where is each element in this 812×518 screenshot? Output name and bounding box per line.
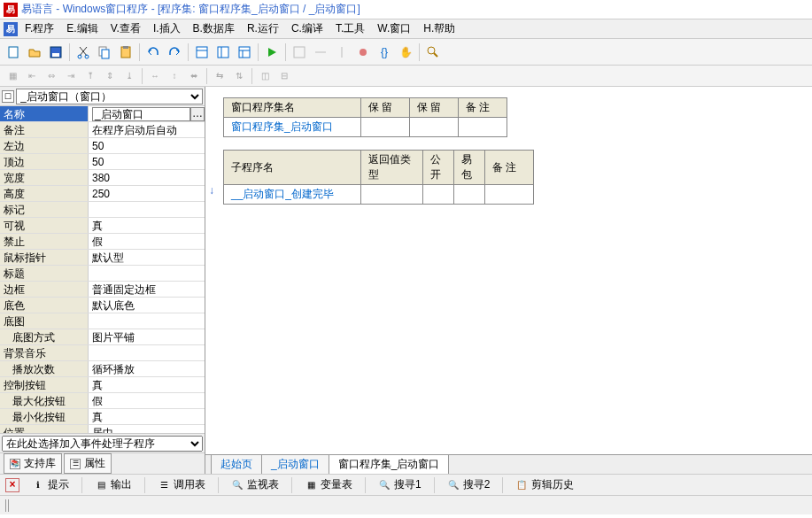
close-output-button[interactable]: × xyxy=(5,478,19,492)
prop-row-15[interactable]: 背景音乐 xyxy=(0,345,205,361)
center-v-icon[interactable]: ⊟ xyxy=(275,67,293,85)
prop-row-20[interactable]: 位置居中 xyxy=(0,425,205,433)
layout3-button[interactable] xyxy=(235,43,254,62)
tab-output[interactable]: ▤输出 xyxy=(91,475,135,494)
prop-value[interactable]: 居中 xyxy=(89,425,205,433)
paste-button[interactable] xyxy=(116,43,135,62)
tab-clip-history[interactable]: 📋剪辑历史 xyxy=(512,475,577,494)
prop-value[interactable]: 图片平铺 xyxy=(89,329,205,344)
property-grid[interactable]: 名称_启动窗口…备注在程序启动后自动左边50顶边50宽度380高度250标记可视… xyxy=(0,106,205,433)
prop-value[interactable]: 50 xyxy=(89,138,205,153)
prop-row-13[interactable]: 底图 xyxy=(0,313,205,329)
prop-row-4[interactable]: 宽度380 xyxy=(0,170,205,186)
prop-value[interactable]: 380 xyxy=(89,170,205,185)
grid-icon[interactable]: ▦ xyxy=(4,67,21,85)
prop-value[interactable]: 真 xyxy=(89,218,205,233)
same-width-icon[interactable]: ↔ xyxy=(146,67,164,85)
categorize-toggle[interactable]: ☐ xyxy=(2,90,14,103)
break-button[interactable] xyxy=(353,43,373,62)
prop-row-9[interactable]: 鼠标指针默认型 xyxy=(0,250,205,266)
prop-row-3[interactable]: 顶边50 xyxy=(0,154,205,170)
layout2-button[interactable] xyxy=(213,43,233,62)
tab-support-lib[interactable]: 📚支持库 xyxy=(4,453,62,474)
tab-hint[interactable]: ℹ提示 xyxy=(28,475,73,494)
same-size-icon[interactable]: ⬌ xyxy=(185,67,203,85)
prop-value[interactable]: 假 xyxy=(89,393,205,408)
menu-database[interactable]: B.数据库 xyxy=(188,19,240,38)
center-h-icon[interactable]: ◫ xyxy=(256,67,274,85)
menu-compile[interactable]: C.编译 xyxy=(286,19,329,38)
step-out-button[interactable] xyxy=(332,43,352,62)
tab-startup-window[interactable]: _启动窗口 xyxy=(261,454,329,474)
save-button[interactable] xyxy=(46,43,66,62)
prop-value-input[interactable]: _启动窗口 xyxy=(92,107,190,121)
prop-row-19[interactable]: 最小化按钮真 xyxy=(0,409,205,425)
prop-value[interactable]: 真 xyxy=(89,409,205,424)
prop-row-14[interactable]: 底图方式图片平铺 xyxy=(0,329,205,345)
tab-start-page[interactable]: 起始页 xyxy=(211,454,262,474)
tab-search1[interactable]: 🔍搜寻1 xyxy=(375,475,425,494)
align-left-icon[interactable]: ⇤ xyxy=(23,67,41,85)
align-center-icon[interactable]: ⇔ xyxy=(43,67,60,85)
tab-vars[interactable]: ▦变量表 xyxy=(301,475,356,494)
dist-h-icon[interactable]: ⇆ xyxy=(211,67,228,85)
prop-value[interactable]: 在程序启动后自动 xyxy=(89,122,205,137)
prop-value[interactable]: 默认底色 xyxy=(89,298,205,313)
prop-row-6[interactable]: 标记 xyxy=(0,202,205,218)
menu-help[interactable]: H.帮助 xyxy=(418,19,460,38)
prop-row-10[interactable]: 标题 xyxy=(0,266,205,282)
align-top-icon[interactable]: ⤒ xyxy=(81,67,99,85)
menu-tools[interactable]: T.工具 xyxy=(330,19,370,38)
open-button[interactable] xyxy=(25,43,44,62)
prop-value[interactable]: 50 xyxy=(89,154,205,169)
prop-value[interactable]: _启动窗口… xyxy=(89,106,205,121)
prop-row-16[interactable]: 播放次数循环播放 xyxy=(0,361,205,377)
prop-row-0[interactable]: 名称_启动窗口… xyxy=(0,106,205,122)
prop-browse-button[interactable]: … xyxy=(190,107,205,121)
layout1-button[interactable] xyxy=(192,43,212,62)
step-over-button[interactable] xyxy=(311,43,330,62)
menu-run[interactable]: R.运行 xyxy=(242,19,284,38)
tab-assembly[interactable]: 窗口程序集_启动窗口 xyxy=(329,454,450,474)
prop-row-1[interactable]: 备注在程序启动后自动 xyxy=(0,122,205,138)
new-button[interactable] xyxy=(4,43,23,62)
subroutine-table[interactable]: 子程序名 返回值类型 公开 易包 备 注 __启动窗口_创建完毕 xyxy=(223,150,534,205)
subroutine-name-cell[interactable]: __启动窗口_创建完毕 xyxy=(224,185,361,205)
menu-window[interactable]: W.窗口 xyxy=(372,19,416,38)
tab-properties[interactable]: ☰属性 xyxy=(64,453,112,474)
copy-button[interactable] xyxy=(95,43,114,62)
prop-value[interactable] xyxy=(89,313,205,329)
prop-row-12[interactable]: 底色默认底色 xyxy=(0,298,205,313)
menu-edit[interactable]: E.编辑 xyxy=(61,19,103,38)
tab-watch[interactable]: 🔍监视表 xyxy=(228,475,282,494)
menu-view[interactable]: V.查看 xyxy=(105,19,146,38)
tab-callstack[interactable]: ☰调用表 xyxy=(154,475,209,494)
code-editor[interactable]: ↓ 窗口程序集名 保 留 保 留 备 注 窗口程序集_启动窗口 子程序名 返回值… xyxy=(205,87,812,454)
undo-button[interactable] xyxy=(143,43,163,62)
align-right-icon[interactable]: ⇥ xyxy=(62,67,80,85)
prop-value[interactable] xyxy=(89,202,205,217)
prop-value[interactable] xyxy=(89,345,205,360)
menu-program[interactable]: F.程序 xyxy=(19,19,59,38)
prop-value[interactable]: 循环播放 xyxy=(89,361,205,376)
prop-row-7[interactable]: 可视真 xyxy=(0,218,205,234)
prop-row-18[interactable]: 最大化按钮假 xyxy=(0,393,205,409)
menu-insert[interactable]: I.插入 xyxy=(148,19,186,38)
hand-icon[interactable]: ✋ xyxy=(396,43,415,62)
prop-value[interactable] xyxy=(89,266,205,281)
braces-button[interactable]: {} xyxy=(375,43,394,62)
dist-v-icon[interactable]: ⇅ xyxy=(230,67,248,85)
event-selector[interactable]: 在此处选择加入事件处理子程序 xyxy=(2,436,203,452)
prop-value[interactable]: 假 xyxy=(89,234,205,249)
align-middle-icon[interactable]: ⇕ xyxy=(101,67,119,85)
prop-row-11[interactable]: 边框普通固定边框 xyxy=(0,282,205,298)
redo-button[interactable] xyxy=(165,43,184,62)
cut-button[interactable] xyxy=(73,43,93,62)
assembly-table[interactable]: 窗口程序集名 保 留 保 留 备 注 窗口程序集_启动窗口 xyxy=(223,97,507,137)
assembly-name-cell[interactable]: 窗口程序集_启动窗口 xyxy=(224,118,361,137)
prop-row-5[interactable]: 高度250 xyxy=(0,186,205,202)
tab-search2[interactable]: 🔍搜寻2 xyxy=(444,475,494,494)
object-selector[interactable]: _启动窗口（窗口） xyxy=(16,89,203,104)
prop-row-8[interactable]: 禁止假 xyxy=(0,234,205,250)
same-height-icon[interactable]: ↕ xyxy=(166,67,183,85)
